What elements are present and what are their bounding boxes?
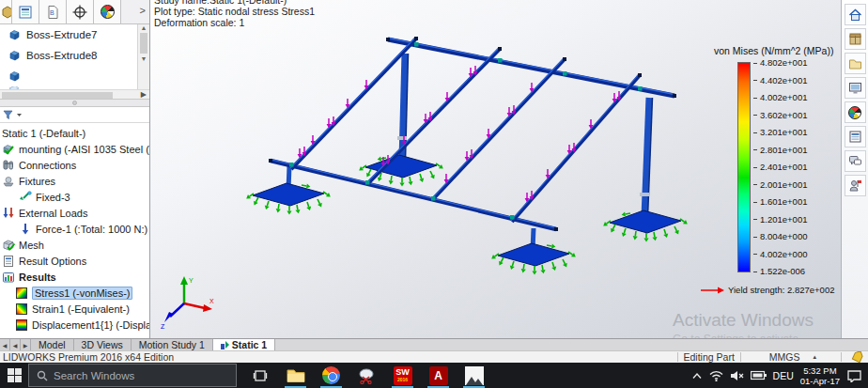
tree-item-displacement1[interactable]: Displacement1{1} (-Displacemer — [0, 317, 149, 333]
tree-item-boss-extrude9[interactable] — [0, 66, 149, 86]
photos-taskbar-button[interactable] — [461, 363, 487, 388]
filter-funnel-icon[interactable] — [2, 109, 14, 121]
folder-icon — [848, 56, 862, 70]
panel-splitter[interactable] — [0, 100, 149, 107]
tree-item-stress1[interactable]: Stress1 (-vonMises-) — [0, 285, 149, 301]
person-flag-icon — [848, 178, 862, 193]
force-icon — [19, 223, 32, 236]
tabs-overflow-chevron[interactable]: > — [140, 5, 146, 16]
yield-strength-label: Yield strength: 2.827e+002 — [728, 285, 834, 295]
scroll-down-icon[interactable]: ▼ — [138, 55, 149, 62]
chat-bubbles-icon — [848, 154, 862, 168]
tab-nav-first[interactable]: ◀ — [0, 339, 10, 350]
tab-static-1[interactable]: Static 1 — [213, 339, 275, 350]
speaker-muted-icon[interactable] — [730, 370, 744, 381]
tab-motion-study-1[interactable]: Motion Study 1 — [132, 339, 213, 350]
plot-annotation: Study name:Static 1(-Default-) Plot type… — [154, 0, 315, 28]
chrome-taskbar-button[interactable] — [318, 363, 344, 388]
boss-extrude-icon — [8, 49, 21, 62]
tag-icon[interactable] — [851, 351, 864, 363]
tree-item-external-loads[interactable]: External Loads — [0, 205, 149, 221]
view-palette-button[interactable] — [845, 77, 866, 99]
tree-item-fixed3[interactable]: Fixed-3 — [0, 189, 149, 205]
tab-nav-prev[interactable]: ◀ — [10, 339, 21, 350]
tree-item-label: Boss-Extrude8 — [26, 50, 97, 61]
filter-dropdown-icon[interactable] — [16, 112, 23, 118]
task-view-button[interactable] — [247, 363, 272, 388]
taskbar-clock[interactable]: 5:32 PM 01-Apr-17 — [800, 365, 840, 386]
study-tab-icon — [221, 341, 229, 349]
task-pane-strip — [841, 0, 868, 338]
tab-nav-next[interactable]: ▶ — [21, 339, 31, 350]
appearances-button[interactable] — [845, 101, 866, 123]
tab-model[interactable]: Model — [31, 339, 74, 350]
graphics-viewport[interactable]: Study name:Static 1(-Default-) Plot type… — [150, 0, 841, 338]
search-input[interactable] — [54, 370, 213, 381]
scroll-right-icon[interactable]: ▶ — [141, 90, 147, 99]
battery-icon[interactable] — [751, 370, 767, 380]
windows-logo-icon — [8, 368, 22, 382]
results-folder-icon — [2, 271, 15, 284]
part-tree-vscrollbar[interactable]: ▲ ▼ — [137, 24, 149, 89]
forum-button[interactable] — [845, 150, 866, 172]
scroll-thumb[interactable] — [2, 92, 113, 99]
tab-3d-views[interactable]: 3D Views — [74, 339, 132, 350]
solidworks-taskbar-button[interactable]: SW2016 — [390, 363, 415, 388]
wifi-icon[interactable] — [709, 370, 723, 381]
adobe-reader-taskbar-button[interactable]: A — [426, 363, 451, 388]
tree-item-strain1[interactable]: Strain1 (-Equivalent-) — [0, 301, 149, 317]
yield-strength-marker: Yield strength: 2.827e+002 — [701, 285, 840, 295]
action-center-icon[interactable] — [846, 369, 862, 382]
tree-item-results[interactable]: Results — [0, 269, 149, 285]
tab-propertymanager[interactable] — [12, 0, 39, 23]
tab-configurationmanager[interactable]: B — [39, 0, 67, 23]
units-caret-icon[interactable]: ▴ — [813, 353, 816, 361]
design-library-button[interactable] — [845, 28, 866, 50]
tree-item-study[interactable]: Static 1 (-Default-) — [0, 125, 149, 141]
app-edition-label: LIDWORKS Premium 2016 x64 Edition — [3, 351, 174, 363]
scroll-thumb[interactable] — [140, 33, 147, 54]
tree-item-fixtures[interactable]: Fixtures — [0, 173, 149, 189]
monitor-icon — [848, 81, 862, 95]
tray-expand-icon[interactable] — [691, 372, 703, 380]
activate-windows-watermark: Activate Windows Go to Settings to activ… — [673, 310, 841, 338]
units-label[interactable]: MMGS — [769, 351, 800, 363]
start-button[interactable] — [0, 363, 28, 388]
external-loads-icon — [2, 207, 15, 220]
dimxpert-icon — [72, 5, 87, 20]
legend-title: von Mises (N/mm^2 (MPa)) — [714, 45, 840, 56]
yield-arrow-icon — [701, 287, 725, 294]
tree-item-force1[interactable]: Force-1 (:Total: 1000 N:) — [0, 221, 149, 237]
scroll-up-icon[interactable]: ▲ — [138, 24, 149, 31]
resources-home-button[interactable] — [845, 4, 866, 25]
legend-tick-labels: 4.802e+0014.402e+0014.002e+0013.602e+001… — [753, 58, 807, 276]
part-tree-hscrollbar[interactable]: ▶ — [0, 89, 149, 100]
taskbar-search[interactable] — [28, 364, 237, 387]
system-tray: DEU 5:32 PM 01-Apr-17 — [691, 365, 868, 386]
configurationmanager-icon: B — [45, 5, 60, 20]
custom-properties-button[interactable] — [845, 126, 866, 147]
file-explorer-button[interactable] — [845, 53, 866, 74]
svg-text:X: X — [209, 298, 214, 304]
tab-featuremanager[interactable] — [0, 0, 12, 23]
user-community-button[interactable] — [845, 175, 866, 196]
boss-extrude-icon — [8, 70, 21, 83]
keyboard-language[interactable]: DEU — [773, 370, 794, 381]
tree-item-mesh[interactable]: Mesh — [0, 237, 149, 253]
feature-manager-panel: B > Boss-Extrude7 Boss-Extrude8 — [0, 0, 150, 338]
force-arrows — [298, 66, 622, 203]
part-icon — [2, 143, 15, 156]
properties-list-icon — [848, 130, 862, 144]
part-feature-tree: Boss-Extrude7 Boss-Extrude8 ▲ ▼ — [0, 24, 149, 89]
file-explorer-taskbar-button[interactable] — [283, 363, 308, 388]
photos-icon — [465, 366, 484, 385]
tree-item-connections[interactable]: Connections — [0, 157, 149, 173]
tree-item-mounting[interactable]: mounting (-AISI 1035 Steel (SS)-) — [0, 141, 149, 157]
tree-item-result-options[interactable]: Result Options — [0, 253, 149, 269]
tab-displaymanager[interactable] — [94, 0, 121, 23]
snipping-tool-taskbar-button[interactable] — [354, 363, 380, 388]
tree-item-boss-extrude7[interactable]: Boss-Extrude7 — [0, 24, 149, 45]
tab-dimxpertmanager[interactable] — [67, 0, 94, 23]
fixtures-icon — [2, 175, 15, 188]
tree-item-boss-extrude8[interactable]: Boss-Extrude8 — [0, 45, 149, 66]
